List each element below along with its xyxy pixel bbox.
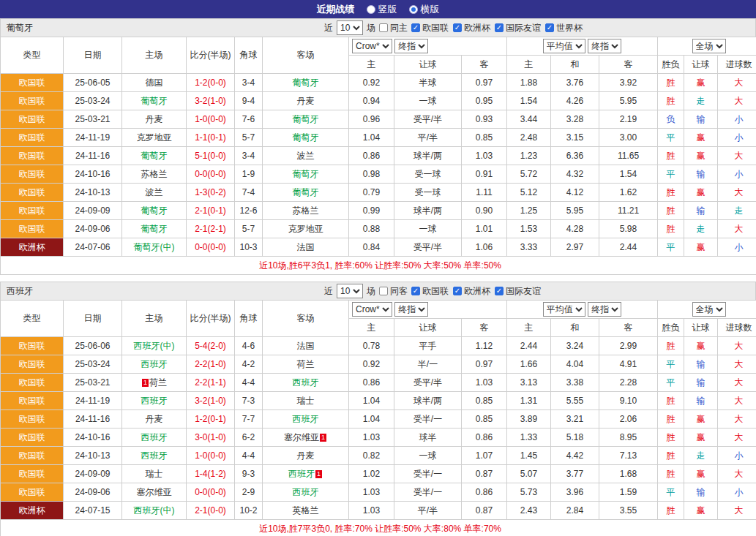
goals-result-cell: 大: [718, 92, 756, 110]
winlose-cell: 胜: [658, 392, 684, 410]
team-label: 瑞士: [297, 396, 315, 406]
date-cell: 24-07-15: [64, 502, 122, 520]
handicap-result-cell: 赢: [684, 410, 718, 429]
team-section-portugal: 葡萄牙 近 10 场 同主 ✓欧国联✓欧洲杯✓国际友谊✓世界杯: [0, 18, 756, 275]
subheader-odds-away: 客: [462, 319, 507, 337]
date-cell: 24-09-09: [64, 465, 122, 483]
winlose-cell: 平: [658, 165, 684, 184]
goals-result-cell: 走: [718, 202, 756, 220]
team-label: 西班牙: [288, 469, 315, 479]
subheader-winlose: 胜负: [658, 56, 684, 74]
team-label: 瑞士: [146, 469, 163, 479]
avg-home-cell: 5.07: [507, 465, 551, 483]
date-cell: 24-11-19: [64, 129, 122, 147]
handicap-result-cell: 赢: [684, 465, 718, 483]
score-cell: 0-0(0-0): [187, 238, 235, 257]
topbar: 近期战绩 竖版 横版: [0, 0, 756, 18]
checkbox-checked-icon[interactable]: ✓: [545, 23, 554, 32]
layout-horizontal-option[interactable]: 横版: [409, 3, 440, 16]
odds-home-cell: 1.04: [349, 392, 394, 410]
summary-text: 近10场,胜7平3负0, 胜率:70% 让胜率:50% 大率:80% 单率:70…: [1, 520, 756, 536]
checkbox-checked-icon[interactable]: ✓: [453, 287, 462, 295]
league-cell: 欧国联: [1, 129, 64, 147]
score-cell: 5-4(2-0): [187, 337, 235, 355]
league-filter[interactable]: ✓国际友谊: [495, 22, 541, 34]
layout-vertical-option[interactable]: 竖版: [367, 3, 397, 16]
handicap-cell: 球半/两: [394, 202, 462, 220]
checkbox-checked-icon[interactable]: ✓: [495, 287, 504, 295]
handicap-result-cell: 赢: [684, 147, 718, 165]
home-team-cell: 葡萄牙: [122, 220, 187, 238]
league-filter[interactable]: ✓世界杯: [545, 22, 583, 34]
avg-home-cell: 1.23: [507, 147, 551, 165]
team-label: 葡萄牙: [293, 114, 319, 124]
recent-count-select[interactable]: 10: [337, 284, 363, 298]
same-side-filter[interactable]: 同主: [379, 22, 408, 34]
final-index-select[interactable]: 终指: [394, 302, 428, 317]
goals-result-cell: 小: [718, 129, 756, 147]
avg-away-cell: 11.21: [599, 202, 658, 220]
checkbox-checked-icon[interactable]: ✓: [411, 23, 420, 32]
handicap-cell: 平/半: [394, 502, 462, 520]
league-filter[interactable]: ✓欧国联: [411, 285, 449, 298]
final-index-select[interactable]: 终指: [394, 39, 428, 53]
league-filter[interactable]: ✓欧国联: [411, 22, 449, 34]
fulltime-select[interactable]: 全场: [692, 39, 726, 53]
home-team-cell: 丹麦: [122, 110, 187, 129]
handicap-result-cell: 输: [684, 355, 718, 374]
final-index-select-2[interactable]: 终指: [588, 39, 621, 53]
winlose-cell: 胜: [658, 410, 684, 429]
same-side-filter[interactable]: 同客: [379, 285, 408, 298]
avg-home-cell: 1.66: [507, 355, 551, 374]
handicap-cell: 一球: [394, 92, 462, 110]
team-label: 葡萄牙: [293, 78, 319, 88]
col-header-score: 比分(半场): [187, 301, 235, 337]
col-header-home: 主场: [122, 301, 187, 337]
recent-count-select[interactable]: 10: [337, 20, 363, 35]
table-row: 欧国联24-10-13西班牙1-0(0-0)4-4丹麦0.82一球1.071.4…: [1, 447, 756, 465]
page-title: 近期战绩: [317, 3, 355, 16]
team-label: 葡萄牙: [141, 96, 168, 106]
average-select[interactable]: 平均值: [543, 39, 585, 53]
handicap-cell: 受平/半: [394, 110, 462, 129]
score-cell: 2-2(1-1): [187, 374, 235, 392]
odds-away-cell: 0.87: [462, 502, 507, 520]
odds-source-select[interactable]: Crow*: [352, 302, 392, 317]
team-label: 克罗地亚: [137, 132, 172, 143]
table-row: 欧国联24-10-16西班牙3-0(1-0)6-2塞尔维亚11.03球半0.86…: [1, 429, 756, 447]
final-index-select-2[interactable]: 终指: [588, 302, 621, 317]
date-cell: 24-10-16: [64, 165, 122, 184]
corners-cell: 1-9: [235, 165, 263, 184]
score-cell: 1-0(0-0): [187, 447, 235, 465]
radio-unselected-icon[interactable]: [367, 5, 375, 14]
league-filter[interactable]: ✓国际友谊: [495, 285, 541, 298]
date-cell: 24-11-16: [64, 410, 122, 429]
league-filter[interactable]: ✓欧洲杯: [453, 22, 490, 34]
league-filter-label: 国际友谊: [506, 22, 541, 34]
odds-source-select[interactable]: Crow*: [352, 39, 392, 53]
checkbox-unchecked-icon[interactable]: [379, 287, 388, 295]
winlose-cell: 平: [658, 238, 684, 257]
league-cell: 欧国联: [1, 429, 64, 447]
team-label: 葡萄牙: [141, 224, 168, 234]
handicap-cell: 受平/半: [394, 374, 462, 392]
table-row: 欧国联24-10-13波兰1-3(0-2)7-4葡萄牙0.79受一球1.115.…: [1, 184, 756, 202]
team-label: 葡萄牙(中): [134, 242, 175, 252]
odds-away-cell: 1.03: [462, 374, 507, 392]
league-filter[interactable]: ✓欧洲杯: [453, 285, 490, 298]
date-cell: 25-03-24: [64, 355, 122, 374]
average-select[interactable]: 平均值: [543, 302, 585, 317]
col-header-type: 类型: [1, 301, 64, 337]
checkbox-checked-icon[interactable]: ✓: [411, 287, 420, 295]
odds-away-cell: 0.90: [462, 202, 507, 220]
handicap-result-cell: 走: [684, 220, 718, 238]
handicap-result-cell: 赢: [684, 129, 718, 147]
checkbox-checked-icon[interactable]: ✓: [495, 23, 504, 32]
filter-bar: 近 10 场 同主 ✓欧国联✓欧洲杯✓国际友谊✓世界杯: [324, 20, 583, 35]
checkbox-checked-icon[interactable]: ✓: [453, 23, 462, 32]
avg-away-cell: 2.28: [599, 374, 658, 392]
fulltime-select[interactable]: 全场: [692, 302, 726, 317]
checkbox-unchecked-icon[interactable]: [379, 23, 388, 32]
table-row: 欧国联25-06-05德国1-2(0-0)3-4葡萄牙0.92半球0.971.8…: [1, 74, 756, 92]
radio-selected-icon[interactable]: [409, 5, 418, 14]
